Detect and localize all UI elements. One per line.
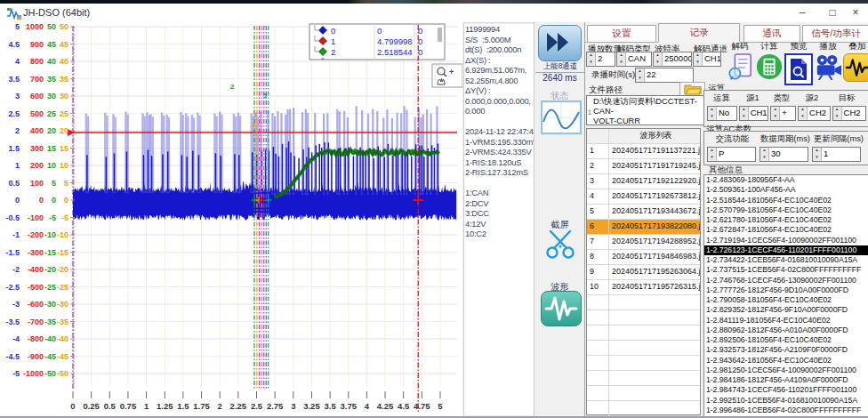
can-frame-row[interactable]: 1-2.981250-1CEC56F4-10090002FF001100	[704, 366, 868, 375]
op-spinner-3[interactable]: ▲▼CH2	[798, 106, 831, 121]
waveform-list-table[interactable]: 波形列表12024051717191137221.j22024051717191…	[586, 128, 701, 415]
spin-down-icon[interactable]: ▼	[694, 60, 702, 67]
can-frame-row[interactable]: 1-2.518544-181056F4-EC10C40E02	[704, 196, 868, 205]
spin-down-icon[interactable]: ▼	[708, 155, 716, 162]
wave-table-row[interactable]: 92024051717195263064.j	[587, 265, 700, 280]
wave-table-row[interactable]: 52024051717193443672.j	[587, 205, 700, 220]
tab-settings[interactable]: 设置	[587, 25, 656, 43]
wave-table-row[interactable]: 32024051717192122920.j	[587, 174, 700, 189]
spin-down-icon[interactable]: ▼	[636, 76, 644, 83]
can-frame-row[interactable]: 1-2.829352-1812F456-9F10A00F0000FD	[704, 305, 868, 315]
decode-channel-spinner[interactable]: ▲▼CH1	[693, 52, 721, 67]
wave-table-row[interactable]: 42024051717192673812.j	[587, 189, 700, 205]
wave-table-row[interactable]	[587, 295, 700, 310]
spin-up-icon[interactable]: ▲	[694, 52, 702, 60]
spin-up-icon[interactable]: ▲	[636, 68, 644, 76]
wave-table-row[interactable]: 102024051717195726315.j	[587, 280, 700, 295]
can-frame-row[interactable]: 1-2.509361-100AF456-AA	[704, 185, 868, 195]
decode-button[interactable]: 解码	[726, 41, 754, 85]
spin-down-icon[interactable]: ▼	[740, 114, 748, 121]
wave-table-row[interactable]	[587, 326, 700, 341]
overlay-button[interactable]: 叠加	[843, 41, 868, 85]
can-frame-row[interactable]: 1-2.672847-181056F4-EC10C40E02	[704, 225, 868, 235]
record-time-spinner[interactable]: ▲▼22	[635, 68, 694, 83]
spin-up-icon[interactable]: ▲	[799, 107, 807, 114]
spin-down-icon[interactable]: ▼	[833, 114, 841, 121]
maximize-button[interactable]: □	[820, 5, 845, 21]
wave-table-row[interactable]: 72024051717194288952.j	[587, 235, 700, 250]
can-frame-row[interactable]: 1-2.984186-1812F456-A4109A0F0000FD	[704, 375, 868, 385]
spin-down-icon[interactable]: ▼	[760, 155, 768, 162]
can-frame-row[interactable]: 1-2.777726-1812F456-9D10A00F0000FD	[704, 285, 868, 295]
spin-up-icon[interactable]: ▲	[833, 107, 841, 114]
status-waveform-icon[interactable]	[541, 100, 582, 134]
can-frame-row[interactable]: 1-2.996486-1CEB56F4-02C800FFFFFFFFFF	[704, 406, 868, 415]
spin-down-icon[interactable]: ▼	[813, 155, 821, 162]
op-spinner-1[interactable]: ▲▼CH1	[739, 106, 769, 121]
can-frame-row[interactable]: 1-2.892506-181056F4-EC10C40E02	[704, 335, 868, 345]
wave-table-row[interactable]	[587, 356, 700, 371]
ac-spinner-0[interactable]: ▲▼P	[707, 147, 756, 162]
spin-up-icon[interactable]: ▲	[617, 52, 625, 60]
wave-table-row[interactable]	[587, 371, 700, 386]
spin-up-icon[interactable]: ▲	[760, 148, 768, 155]
can-frame-row[interactable]: 1-2.719194-1CEC56F4-10090002FF001100	[704, 236, 868, 245]
can-frame-row[interactable]: 1-2.880962-1812F456-A010A00F0000FD	[704, 326, 868, 335]
can-frame-row[interactable]: 1-2.943642-181056F4-EC10C40E02	[704, 356, 868, 366]
spin-up-icon[interactable]: ▲	[771, 107, 779, 114]
tab-record[interactable]: 记录	[658, 23, 740, 43]
ac-spinner-1[interactable]: ▲▼30	[760, 147, 808, 162]
ac-spinner-2[interactable]: ▲▼1	[812, 147, 861, 162]
can-frame-row[interactable]: 1-2.746768-1CECF456-13090002FF001100	[704, 276, 868, 285]
op-spinner-2[interactable]: ▲▼+	[770, 106, 796, 121]
close-button[interactable]: ×	[843, 5, 868, 21]
can-frame-row[interactable]: 1-2.621780-181056F4-EC10C40E02	[704, 215, 868, 225]
spin-down-icon[interactable]: ▼	[587, 60, 595, 67]
waveform-button[interactable]	[541, 291, 582, 326]
wave-table-row[interactable]	[587, 310, 700, 326]
play-count-spinner[interactable]: ▲▼2	[586, 52, 615, 67]
wave-table-row[interactable]: 22024051717191719245.j	[587, 159, 700, 174]
spin-down-icon[interactable]: ▼	[617, 60, 625, 67]
tab-comm[interactable]: 通讯	[743, 25, 800, 43]
can-frame-row[interactable]: 1-2.570799-181056F4-EC10C40E02	[704, 205, 868, 215]
can-frame-list[interactable]: 1-2.483069-180956F4-AA1-2.509361-100AF45…	[703, 174, 868, 417]
wave-table-row[interactable]	[587, 401, 700, 416]
spin-up-icon[interactable]: ▲	[708, 107, 716, 114]
play-button[interactable]: 播放	[814, 41, 842, 85]
legend-box[interactable]: 00014.799998022.5185440	[309, 24, 445, 67]
legend-scrollbar[interactable]	[438, 28, 442, 42]
can-frame-row[interactable]: 1-2.483069-180956F4-AA	[704, 175, 868, 185]
can-frame-row[interactable]: 1-2.841119-181056F4-EC10C40E02	[704, 316, 868, 326]
minimize-button[interactable]: –	[790, 5, 815, 21]
can-frame-row[interactable]: 1-2.726123-1CECF456-110201FFFF001100	[704, 245, 868, 255]
page-up-channels-label[interactable]: 上能8通道	[535, 61, 585, 73]
calculate-button[interactable]: 计算	[755, 41, 784, 85]
op-spinner-0[interactable]: ▲▼No	[707, 106, 737, 121]
fast-forward-button[interactable]	[538, 25, 582, 61]
tab-signal-power[interactable]: 信号/功率计	[802, 25, 868, 43]
spin-up-icon[interactable]: ▲	[740, 107, 748, 114]
wave-table-row[interactable]: 12024051717191137221.j	[587, 144, 700, 159]
spin-down-icon[interactable]: ▼	[708, 114, 716, 121]
wave-table-row[interactable]	[587, 341, 700, 356]
wave-table-row[interactable]: 82024051717194846983.j	[587, 250, 700, 265]
wave-table-row[interactable]: 62024051717193822080.j	[587, 220, 700, 235]
can-frame-row[interactable]: 1-2.734422-1CEB56F4-016810010090A15A	[704, 255, 868, 265]
can-frame-row[interactable]: 1-2.790058-181056F4-EC10C40E02	[704, 295, 868, 305]
can-frame-row[interactable]: 1-2.992510-1CEB56F4-016810010090A15A	[704, 396, 868, 406]
zoom-tools[interactable]: +	[432, 64, 462, 87]
baud-rate-spinner[interactable]: ▲▼250000	[653, 52, 692, 67]
oscilloscope-plot[interactable]: 25<400014.799998022.5185440+5100050504.5…	[0, 22, 462, 418]
spin-down-icon[interactable]: ▼	[799, 114, 807, 121]
spin-up-icon[interactable]: ▲	[708, 148, 716, 155]
preview-button[interactable]: 预览	[784, 41, 813, 85]
can-frame-row[interactable]: 1-2.932573-1812F456-A2109F0F0000FD	[704, 345, 868, 355]
spin-up-icon[interactable]: ▲	[813, 148, 821, 155]
can-frame-row[interactable]: 1-2.984743-1CECF456-110201FFFF001100	[704, 385, 868, 395]
op-spinner-4[interactable]: ▲▼CH2	[832, 106, 866, 121]
can-frame-row[interactable]: 1-2.737515-1CEB56F4-02C800FFFFFFFFFF	[704, 265, 868, 275]
spin-down-icon[interactable]: ▼	[654, 60, 662, 67]
file-path-box[interactable]: 1 D:\快速访问资料\DCCTEST-CAN-VOLT-CURR	[586, 95, 704, 125]
spin-up-icon[interactable]: ▲	[587, 52, 595, 60]
